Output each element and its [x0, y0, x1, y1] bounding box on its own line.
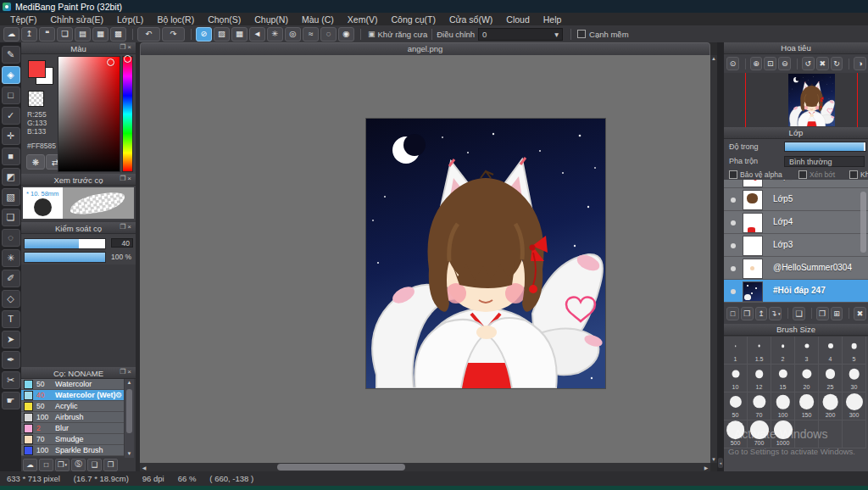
layer-row[interactable]: Lớp5 [724, 188, 868, 211]
brush-size-cell[interactable]: 70 [748, 393, 771, 420]
zoom-in-button[interactable]: ⊕ [750, 57, 763, 70]
brush-size-cell[interactable]: 1 [724, 337, 748, 365]
menu-item-1[interactable]: Chỉnh sửa(E) [44, 14, 110, 25]
brush-size-cell[interactable]: 100 [771, 393, 795, 420]
layer-row[interactable]: @HelloSummer0304 [724, 257, 868, 280]
brush-size-cell[interactable]: 5 [843, 337, 866, 365]
script-brush-button[interactable]: Ⓢ [71, 459, 86, 471]
alpha-protect-checkbox[interactable] [729, 170, 737, 179]
select-pen-tool-button[interactable]: ✐ [2, 270, 20, 287]
ellipse-snap-button[interactable]: ◌ [320, 27, 337, 42]
duplicate-layer-button[interactable]: ❐ [741, 307, 754, 320]
menu-item-0[interactable]: Tệp(F) [3, 14, 44, 25]
redo-button[interactable]: ↷ [162, 27, 185, 42]
perspective-snap-button[interactable]: ◉ [338, 27, 354, 42]
layer-row[interactable]: Lớp6 [724, 180, 868, 188]
eraser-tool-button[interactable]: ◈ [2, 66, 20, 84]
blend-dropdown[interactable]: Bình thường [784, 156, 865, 167]
loupe-button[interactable]: ⊙ [726, 57, 739, 70]
transparent-color-swatch[interactable] [28, 91, 44, 107]
hand-tool-button[interactable]: ☛ [2, 392, 20, 409]
brush-scroll-thumb[interactable] [126, 389, 132, 433]
parallel-snap-button[interactable]: ▨ [214, 27, 230, 42]
delete-layer-button[interactable]: ✖ [854, 307, 866, 320]
gradient-tool-button[interactable]: ▧ [2, 188, 20, 206]
slider-track[interactable] [24, 238, 106, 249]
brush-size-cell[interactable]: 1.5 [748, 337, 771, 365]
scroll-up-icon[interactable]: ▲ [710, 56, 717, 61]
new-brush-button[interactable]: □ [39, 459, 53, 471]
close-icon[interactable]: × [127, 223, 133, 231]
canvas-artwork[interactable] [366, 119, 605, 388]
layer-visibility-dot[interactable] [731, 266, 736, 271]
menu-item-10[interactable]: Cloud [499, 14, 536, 25]
lasso-tool-button[interactable]: ◌ [2, 229, 20, 247]
brush-list-item[interactable]: 2Blur [21, 423, 124, 434]
layer-visibility-dot[interactable] [731, 289, 736, 294]
menu-item-8[interactable]: Công cụ(T) [384, 14, 442, 25]
scroll-down-icon[interactable]: ▼ [710, 457, 717, 462]
brush-size-cell[interactable]: 20 [795, 365, 819, 393]
opacity-slider[interactable] [784, 142, 866, 152]
combine-layer-button[interactable]: ⊞ [831, 307, 843, 320]
palette-button[interactable]: ❋ [26, 154, 45, 170]
brush-list-item[interactable]: 50Watercolor [21, 379, 124, 390]
navigator-viewport[interactable] [724, 73, 868, 127]
slider-track[interactable] [24, 252, 106, 263]
cloud-upload-button[interactable]: ☁ [23, 459, 37, 471]
scroll-up-icon[interactable]: ▲ [125, 379, 134, 387]
radial-snap-button[interactable]: ✳ [267, 27, 283, 42]
menu-item-5[interactable]: Chụp(N) [248, 14, 295, 25]
menu-item-9[interactable]: Cửa sổ(W) [442, 14, 499, 25]
menu-item-3[interactable]: Bộ lọc(R) [150, 14, 201, 25]
undo-button[interactable]: ↶ [137, 27, 160, 42]
saturation-square[interactable] [58, 56, 120, 172]
brush-size-cell[interactable]: 3 [795, 337, 819, 365]
eyedropper-tool-button[interactable]: ✒ [2, 351, 20, 369]
zoom-out-button[interactable]: ⊖ [778, 57, 791, 70]
comment-button[interactable]: ❏ [57, 27, 73, 42]
panel-collapse-handle[interactable]: ◂ [718, 458, 723, 468]
close-icon[interactable]: × [127, 368, 133, 376]
rotate-left-button[interactable]: ↺ [802, 57, 815, 70]
menu-item-2[interactable]: Lớp(L) [110, 14, 150, 25]
document-button[interactable]: ▤ [75, 27, 91, 42]
popout-icon[interactable]: ❐ [120, 175, 127, 182]
brush-size-cell[interactable]: 4 [819, 337, 843, 365]
popout-icon[interactable]: ❐ [120, 368, 127, 376]
layer-row[interactable]: Lớp3 [724, 234, 868, 257]
panel-button[interactable]: ▦ [92, 27, 108, 42]
divide-tool-button[interactable]: ✂ [2, 371, 20, 389]
magic-wand-tool-button[interactable]: ✳ [2, 249, 20, 267]
fillrect-tool-button[interactable]: ■ [2, 148, 20, 165]
operation-tool-button[interactable]: ➤ [2, 331, 20, 348]
brush-list-item[interactable]: 40Watercolor (Wet)⚙ [21, 390, 124, 401]
adjust-dropdown[interactable]: 0 ▾ [478, 28, 563, 41]
gear-icon[interactable]: ⚙ [115, 391, 122, 399]
brush-size-cell[interactable]: 15 [771, 365, 795, 393]
menu-item-7[interactable]: Xem(V) [341, 14, 385, 25]
bucket-tool-button[interactable]: ◩ [2, 168, 20, 186]
popout-icon[interactable]: ❐ [120, 43, 127, 51]
document-tab[interactable]: angel.png [140, 42, 710, 55]
close-icon[interactable]: × [127, 43, 133, 51]
scroll-down-icon[interactable]: ▼ [125, 450, 134, 458]
grid-snap-button[interactable]: ▦ [231, 27, 248, 42]
shape-tool-button[interactable]: □ [2, 86, 20, 104]
vanish-snap-button[interactable]: ◄ [249, 27, 265, 42]
layer-visibility-dot[interactable] [731, 198, 736, 203]
hue-bar[interactable] [122, 56, 133, 172]
layer-scroll-thumb[interactable] [860, 192, 866, 253]
scroll-right-icon[interactable]: ▶ [702, 465, 710, 471]
move-tool-button[interactable]: ✛ [2, 127, 20, 145]
add-brush-button[interactable]: ❐▾ [55, 459, 70, 471]
brush-size-cell[interactable]: 200 [819, 393, 843, 420]
curve-snap-button[interactable]: ≈ [303, 27, 319, 42]
transfer-layer-button[interactable]: ↥ [755, 307, 768, 320]
chat-button[interactable]: ❝ [39, 27, 55, 42]
brush-size-cell[interactable]: 2 [771, 337, 795, 365]
menu-item-6[interactable]: Màu (C) [295, 14, 341, 25]
close-icon[interactable]: × [127, 175, 133, 182]
material-button[interactable]: ▩ [110, 27, 126, 42]
clipping-checkbox[interactable] [798, 170, 807, 179]
